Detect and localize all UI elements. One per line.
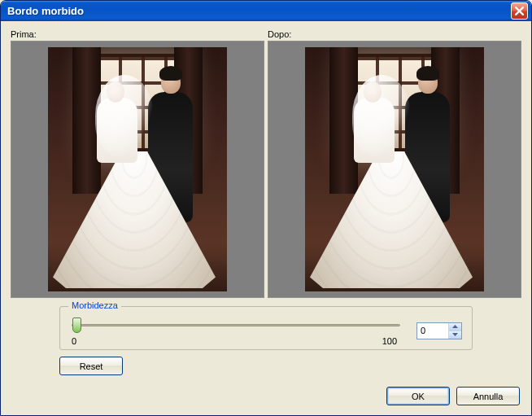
- before-column: Prima:: [11, 29, 264, 298]
- softness-slider[interactable]: [72, 317, 400, 333]
- slider-row: 0 100: [70, 315, 462, 346]
- spinner-up[interactable]: [449, 323, 461, 331]
- window-title: Bordo morbido: [7, 5, 511, 17]
- dialog-footer: OK Annulla: [11, 387, 521, 405]
- before-frame: [11, 41, 264, 298]
- after-frame: [268, 41, 521, 298]
- before-image: [48, 47, 227, 291]
- slider-min-label: 0: [72, 336, 76, 346]
- dialog-window: Bordo morbido Prima:: [0, 0, 532, 416]
- titlebar: Bordo morbido: [1, 1, 531, 21]
- slider-scale: 0 100: [70, 336, 399, 346]
- softness-spinner[interactable]: [416, 322, 462, 339]
- softness-fieldset: Morbidezza 0 100: [59, 306, 473, 350]
- before-label: Prima:: [11, 29, 264, 39]
- cancel-button[interactable]: Annulla: [456, 387, 520, 405]
- close-button[interactable]: [511, 2, 528, 20]
- controls-area: Morbidezza 0 100: [11, 306, 521, 375]
- close-icon: [515, 7, 524, 15]
- slider-wrap: 0 100: [70, 315, 399, 346]
- chevron-down-icon: [452, 333, 458, 336]
- reset-row: Reset: [59, 357, 473, 375]
- spinner-down[interactable]: [449, 331, 461, 339]
- softness-legend: Morbidezza: [68, 300, 121, 310]
- ok-button[interactable]: OK: [386, 387, 450, 405]
- slider-max-label: 100: [382, 336, 397, 346]
- after-label: Dopo:: [268, 29, 521, 39]
- chevron-up-icon: [452, 325, 458, 328]
- after-column: Dopo:: [268, 29, 521, 298]
- preview-row: Prima: Dopo:: [11, 29, 521, 298]
- dialog-content: Prima: Dopo:: [1, 21, 531, 415]
- softness-value-input[interactable]: [417, 323, 448, 339]
- after-image: [305, 47, 484, 291]
- reset-button[interactable]: Reset: [59, 357, 123, 375]
- spinner-arrows: [448, 323, 461, 339]
